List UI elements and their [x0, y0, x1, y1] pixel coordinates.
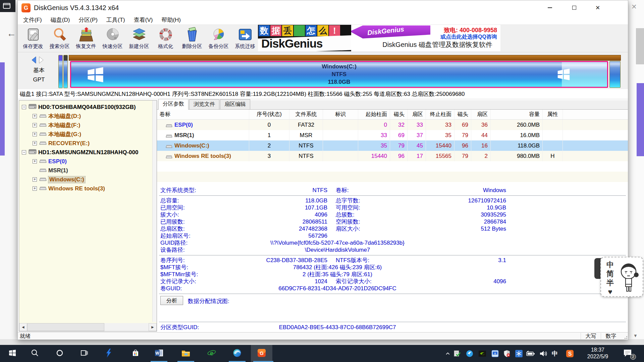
col-capacity[interactable]: 容量: [491, 110, 543, 119]
tree-item-esp[interactable]: +ESP(0): [19, 157, 157, 166]
expand-icon[interactable]: +: [33, 141, 37, 145]
taskbar-task-view[interactable]: [76, 345, 92, 361]
back-arrow-icon[interactable]: ←: [7, 28, 16, 39]
partition-bar-esp[interactable]: [58, 55, 63, 88]
background-close-icon[interactable]: ✕: [631, 3, 637, 11]
table-row-esp[interactable]: ESP(0) 0 FAT32 0 32 33 33 69 36 260.0MB: [157, 120, 628, 130]
taskbar-clock[interactable]: 18:37 2022/5/9: [583, 347, 612, 360]
tray-battery-icon[interactable]: [526, 349, 535, 358]
resize-grip[interactable]: [623, 334, 627, 339]
col-end-sector[interactable]: 扇区: [471, 110, 491, 119]
col-volume-label[interactable]: 卷标: [157, 110, 249, 119]
background-browser-tab[interactable]: [0, 0, 15, 12]
title-bar[interactable]: G DiskGenius V5.4.3.1342 x64 ✕: [18, 0, 628, 15]
tab-sector-edit[interactable]: 扇区编辑: [220, 99, 250, 109]
expand-icon[interactable]: +: [33, 186, 37, 191]
minimize-button[interactable]: [541, 0, 558, 15]
format-button[interactable]: 格式化: [152, 26, 179, 51]
collapse-icon[interactable]: −: [22, 150, 26, 155]
taskbar-edge[interactable]: [229, 345, 245, 361]
expand-icon[interactable]: +: [33, 132, 37, 136]
col-start-head[interactable]: 磁头: [390, 110, 408, 119]
col-start-cyl[interactable]: 起始柱面: [358, 110, 390, 119]
tree-item-recovery-e[interactable]: +RECOVERY(E:): [19, 139, 157, 148]
col-end-head[interactable]: 磁头: [454, 110, 471, 119]
quick-partition-button[interactable]: 快速分区: [99, 26, 126, 51]
taskbar-cortana[interactable]: [52, 345, 67, 361]
col-attrs[interactable]: 属性: [543, 110, 563, 119]
background-scrollbar[interactable]: [636, 28, 644, 64]
expand-icon[interactable]: +: [33, 114, 37, 118]
system-migrate-button[interactable]: 系统迁移: [232, 26, 258, 51]
taskbar-word[interactable]: W: [151, 345, 167, 361]
tray-dingtalk-icon[interactable]: [465, 349, 474, 358]
taskbar-app-lightning[interactable]: [101, 345, 116, 361]
tree-item-local-f[interactable]: +本地磁盘(F:): [19, 121, 157, 130]
tray-intel-graphics-icon[interactable]: i8: [491, 349, 499, 358]
recover-files-button[interactable]: 恢复文件: [73, 26, 99, 51]
col-index-status[interactable]: 序号(状态): [249, 110, 289, 119]
table-row-msr[interactable]: MSR(1) 1 MSR 33 69 37 35 79 44 16.0MB: [157, 130, 628, 140]
table-row-windows-re[interactable]: Windows RE tools(3) 3 NTFS 15440 96 17 1…: [157, 151, 628, 161]
partition-bar-windows-c[interactable]: Windows(C:) NTFS 118.0GB: [70, 61, 608, 88]
new-partition-button[interactable]: 新建分区: [126, 26, 152, 51]
taskbar-search[interactable]: [27, 345, 43, 361]
start-button[interactable]: [5, 345, 20, 361]
col-filesystem[interactable]: 文件系统: [289, 110, 323, 119]
ad-qq-link[interactable]: 或点击此处选择QQ咨询: [440, 34, 497, 41]
scroll-right-icon[interactable]: ►: [149, 323, 157, 331]
taskbar-ie-green[interactable]: e: [204, 345, 219, 361]
tray-volume-icon[interactable]: [539, 349, 548, 358]
taskbar-store[interactable]: [128, 345, 143, 361]
scrollbar-thumb[interactable]: [27, 323, 104, 331]
menu-file[interactable]: 文件(F): [19, 15, 46, 24]
maximize-button[interactable]: [566, 0, 583, 15]
tray-snowflake-icon[interactable]: [515, 349, 523, 358]
tree-item-local-d[interactable]: +本地磁盘(D:): [19, 112, 157, 121]
tab-partition-params[interactable]: 分区参数: [158, 99, 189, 110]
disk-nav-arrows[interactable]: [31, 56, 45, 64]
ad-banner[interactable]: 数 据 丢 怎 么 ！ DiskGenius DiskGenius 致电: 40…: [258, 25, 500, 51]
analyze-button[interactable]: 分析: [160, 296, 183, 305]
close-button[interactable]: ✕: [589, 0, 606, 15]
tree-item-windows-re[interactable]: +Windows RE tools(3): [19, 184, 157, 193]
scroll-down-icon[interactable]: ▼: [633, 333, 638, 338]
tree-item-msr[interactable]: MSR(1): [19, 166, 157, 175]
partition-bar-re-tools[interactable]: [609, 61, 621, 88]
tree-item-hd1[interactable]: −HD1:SAMSUNGMZNLN128HAHQ-000: [19, 148, 157, 157]
menu-tools[interactable]: 工具(T): [102, 15, 129, 24]
collapse-icon[interactable]: −: [22, 105, 26, 109]
tree-horizontal-scrollbar[interactable]: ◄ ►: [19, 323, 157, 331]
menu-partition[interactable]: 分区(P): [74, 15, 102, 24]
expand-icon[interactable]: +: [33, 177, 37, 182]
tray-update-check-icon[interactable]: [453, 349, 462, 358]
menu-help[interactable]: 帮助(H): [157, 15, 185, 24]
sogou-ime-panel[interactable]: 中 简 半 ♥: [600, 257, 643, 297]
tree-vertical-scrollbar[interactable]: [152, 101, 157, 322]
partition-bar-msr[interactable]: [63, 55, 68, 88]
tray-ime-indicator[interactable]: 中: [550, 349, 559, 358]
tree-item-windows-c[interactable]: +Windows(C:): [19, 175, 157, 184]
tray-defender-icon[interactable]: [502, 349, 511, 358]
tray-sogou-icon[interactable]: S: [566, 349, 574, 358]
col-flag[interactable]: 标识: [323, 110, 358, 119]
taskbar-explorer[interactable]: [178, 345, 194, 361]
search-partition-button[interactable]: 搜索分区: [46, 26, 73, 51]
tree-item-local-g[interactable]: +本地磁盘(G:): [19, 130, 157, 139]
menu-disk[interactable]: 磁盘(D): [46, 15, 74, 24]
backup-partition-button[interactable]: 备份分区: [205, 26, 232, 51]
expand-icon[interactable]: +: [33, 123, 37, 127]
save-changes-button[interactable]: 保存更改: [20, 26, 46, 51]
action-center-button[interactable]: 2: [623, 349, 635, 358]
table-row-windows-c[interactable]: Windows(C:) 2 NTFS 35 79 45 15440 96 16 …: [157, 140, 628, 151]
scroll-left-icon[interactable]: ◄: [19, 323, 27, 331]
delete-partition-button[interactable]: 删除分区: [179, 26, 205, 51]
menu-view[interactable]: 查看(V): [129, 15, 157, 24]
tab-browse-files[interactable]: 浏览文件: [189, 99, 219, 109]
col-start-sector[interactable]: 扇区: [408, 110, 426, 119]
taskbar-diskgenius[interactable]: G: [254, 345, 269, 361]
tray-nvidia-icon[interactable]: [478, 349, 487, 358]
col-end-cyl[interactable]: 终止柱面: [426, 110, 454, 119]
expand-icon[interactable]: +: [33, 159, 37, 164]
tray-chevron-up-icon[interactable]: [443, 349, 452, 358]
